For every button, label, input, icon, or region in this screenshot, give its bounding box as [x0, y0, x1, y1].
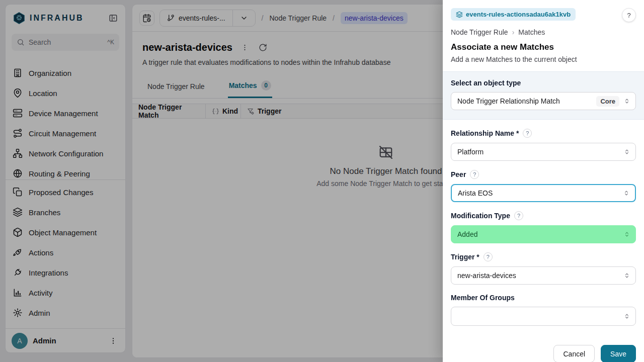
field-peer: Peer ? Arista EOS — [451, 170, 636, 202]
core-badge: Core — [596, 96, 619, 107]
member-of-groups-select[interactable] — [451, 307, 636, 326]
object-type-label: Select an object type — [451, 79, 521, 87]
peer-select[interactable]: Arista EOS — [451, 184, 636, 202]
select-value: new-arista-devices — [457, 272, 619, 280]
modification-type-select[interactable]: Added — [451, 225, 636, 243]
select-value: Added — [457, 230, 619, 238]
drawer-title: Associate a new Matches — [451, 42, 636, 52]
drawer-subtitle: Add a new Matches to the current object — [451, 55, 636, 63]
field-trigger: Trigger * ? new-arista-devices — [451, 252, 636, 285]
field-relationship-name: Relationship Name * ? Platform — [451, 129, 636, 161]
chevron-updown-icon — [623, 231, 630, 238]
drawer-breadcrumb-parent: Node Trigger Rule — [451, 28, 508, 36]
object-type-select[interactable]: Node Trigger Relationship Match Core — [451, 92, 636, 110]
drawer-breadcrumb-current: Matches — [518, 28, 545, 36]
cancel-button[interactable]: Cancel — [553, 345, 595, 362]
drawer-header: events-rules-actionsadau6ak1kvb ? Node T… — [443, 0, 644, 63]
select-value: Arista EOS — [458, 189, 619, 197]
help-icon[interactable]: ? — [523, 129, 532, 138]
chevron-updown-icon — [623, 190, 630, 197]
chevron-updown-icon — [623, 98, 630, 105]
trigger-select[interactable]: new-arista-devices — [451, 266, 636, 285]
relationship-name-select[interactable]: Platform — [451, 143, 636, 161]
field-label: Peer — [451, 170, 466, 178]
chevron-updown-icon — [623, 148, 630, 155]
field-label: Relationship Name * — [451, 129, 519, 137]
field-modification-type: Modification Type ? Added — [451, 211, 636, 243]
field-label: Modification Type — [451, 212, 510, 220]
associate-matches-drawer: events-rules-actionsadau6ak1kvb ? Node T… — [443, 0, 644, 362]
drawer-form: Relationship Name * ? Platform Peer ? Ar… — [443, 120, 644, 343]
help-icon[interactable]: ? — [514, 211, 523, 220]
field-label: Member Of Groups — [451, 294, 515, 302]
drawer-breadcrumb: Node Trigger Rule › Matches — [451, 28, 636, 36]
help-icon[interactable]: ? — [470, 170, 479, 179]
field-label: Trigger * — [451, 253, 479, 261]
chevron-updown-icon — [623, 272, 630, 279]
help-icon[interactable]: ? — [484, 252, 493, 261]
drawer-footer: Cancel Save — [443, 344, 644, 362]
object-type-section: Select an object type Node Trigger Relat… — [443, 71, 644, 120]
chevron-updown-icon — [623, 313, 630, 320]
field-member-of-groups: Member Of Groups — [451, 294, 636, 326]
object-type-value: Node Trigger Relationship Match — [457, 97, 592, 105]
select-value: Platform — [457, 148, 619, 156]
branch-badge[interactable]: events-rules-actionsadau6ak1kvb — [451, 8, 576, 21]
chevron-right-separator: › — [512, 28, 515, 36]
layers-icon — [456, 11, 463, 18]
save-button[interactable]: Save — [601, 345, 636, 362]
help-button[interactable]: ? — [622, 8, 636, 22]
branch-badge-label: events-rules-actionsadau6ak1kvb — [466, 11, 571, 18]
